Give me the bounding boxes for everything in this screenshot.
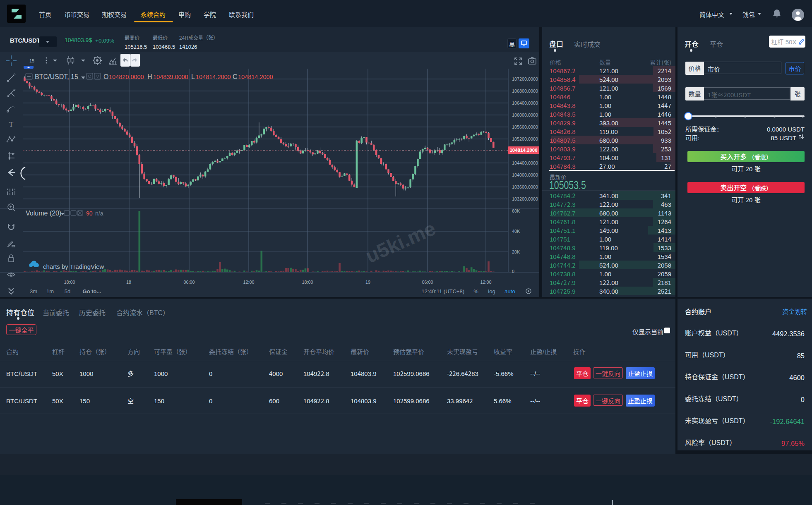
svg-text:06:00: 06:00 — [422, 280, 433, 285]
svg-text:%: % — [473, 288, 478, 294]
svg-text:104814.2000: 104814.2000 — [509, 148, 537, 153]
svg-text:104820.0000: 104820.0000 — [109, 74, 144, 80]
svg-text:19: 19 — [365, 280, 370, 285]
svg-text:60K: 60K — [512, 208, 520, 213]
svg-text:O: O — [103, 73, 108, 80]
svg-text:18: 18 — [126, 280, 131, 285]
svg-text:107200.0000: 107200.0000 — [512, 77, 538, 81]
svg-text:5d: 5d — [65, 288, 70, 294]
svg-text:40K: 40K — [512, 229, 520, 234]
svg-text:3m: 3m — [30, 288, 37, 294]
svg-text:n/a: n/a — [95, 210, 103, 217]
svg-text:105600.0000: 105600.0000 — [512, 124, 538, 129]
svg-text:BTC/USDT, 15: BTC/USDT, 15 — [35, 73, 78, 80]
svg-text:12:40:11 (UTC+8): 12:40:11 (UTC+8) — [422, 288, 464, 294]
svg-text:105200.0000: 105200.0000 — [512, 136, 538, 141]
svg-text:log: log — [488, 288, 495, 294]
svg-text:106000.0000: 106000.0000 — [512, 112, 538, 117]
svg-text:20K: 20K — [512, 249, 520, 254]
svg-text:104814.2000: 104814.2000 — [196, 74, 231, 80]
svg-text:104000.0000: 104000.0000 — [512, 172, 538, 177]
svg-text:18:00: 18:00 — [64, 280, 75, 285]
svg-text:12:00: 12:00 — [480, 280, 491, 285]
svg-text:103200.0000: 103200.0000 — [512, 196, 538, 201]
svg-text:103600.0000: 103600.0000 — [512, 184, 538, 189]
svg-text:104400.0000: 104400.0000 — [512, 160, 538, 165]
svg-text:0: 0 — [512, 269, 514, 274]
svg-text:15: 15 — [29, 58, 34, 63]
svg-text:106800.0000: 106800.0000 — [512, 89, 538, 93]
svg-text:104814.2000: 104814.2000 — [238, 74, 273, 80]
svg-text:C: C — [233, 73, 238, 80]
svg-text:H: H — [147, 73, 152, 80]
svg-text:T: T — [9, 120, 14, 128]
svg-text:106400.0000: 106400.0000 — [512, 101, 538, 105]
svg-text:18:00: 18:00 — [302, 280, 313, 285]
svg-text:12:00: 12:00 — [243, 280, 254, 285]
svg-text:1m: 1m — [46, 288, 54, 294]
svg-text:Go to...: Go to... — [83, 288, 101, 294]
svg-text:L: L — [191, 73, 195, 80]
svg-text:90: 90 — [86, 210, 93, 217]
svg-text:auto: auto — [504, 288, 515, 294]
svg-text:104839.0000: 104839.0000 — [153, 74, 188, 80]
svg-text:charts by TradingView: charts by TradingView — [43, 263, 104, 270]
svg-text:Volume (20): Volume (20) — [26, 210, 61, 217]
svg-text:06:00: 06:00 — [183, 280, 195, 285]
